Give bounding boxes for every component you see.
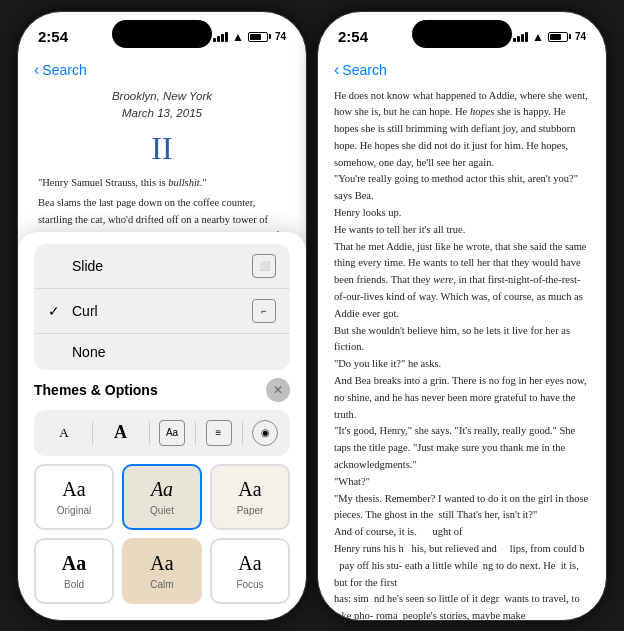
theme-original-label: Original <box>57 505 91 516</box>
theme-paper-aa: Aa <box>238 478 261 501</box>
divider-2 <box>149 421 150 445</box>
theme-focus-label: Focus <box>236 579 263 590</box>
theme-original-card[interactable]: Aa Original <box>34 464 114 530</box>
theme-grid: Aa Original Aa Quiet Aa Paper Aa <box>34 464 290 604</box>
slide-option[interactable]: Slide ⬜ <box>34 244 290 289</box>
theme-bold-aa: Aa <box>62 552 86 575</box>
battery-pct-right: 74 <box>575 31 586 42</box>
phones-container: 2:54 ▲ 74 <box>17 11 607 621</box>
theme-quiet-aa: Aa <box>151 478 173 501</box>
status-icons-left: ▲ 74 <box>213 30 286 44</box>
theme-calm-label: Calm <box>150 579 173 590</box>
chapter-number: II <box>38 130 286 167</box>
time-right: 2:54 <box>338 28 368 45</box>
divider-1 <box>92 421 93 445</box>
back-chevron-right: ‹ <box>334 61 339 79</box>
font-controls: A A Aa ≡ ◉ <box>34 410 290 456</box>
curl-icon: ⌐ <box>252 299 276 323</box>
back-label-right: Search <box>342 62 386 78</box>
theme-bold-label: Bold <box>64 579 84 590</box>
theme-paper-card[interactable]: Aa Paper <box>210 464 290 530</box>
curl-checkmark: ✓ <box>48 303 64 319</box>
slide-label: Slide <box>72 258 103 274</box>
theme-paper-label: Paper <box>237 505 264 516</box>
curl-option[interactable]: ✓ Curl ⌐ <box>34 289 290 334</box>
theme-calm-card[interactable]: Aa Calm <box>122 538 202 604</box>
left-phone: 2:54 ▲ 74 <box>17 11 307 621</box>
theme-bold-card[interactable]: Aa Bold <box>34 538 114 604</box>
content-area-left: Brooklyn, New YorkMarch 13, 2015 II "Hen… <box>18 88 306 620</box>
font-style-button[interactable]: Aa <box>159 420 185 446</box>
curl-label: Curl <box>72 303 98 319</box>
signal-bars-right <box>513 32 528 42</box>
theme-focus-aa: Aa <box>238 552 261 575</box>
book-location: Brooklyn, New YorkMarch 13, 2015 <box>38 88 286 123</box>
divider-4 <box>242 421 243 445</box>
battery-pct-left: 74 <box>275 31 286 42</box>
nav-bar-right: ‹ Search <box>318 52 606 88</box>
dynamic-island <box>112 20 212 48</box>
slide-icon: ⬜ <box>252 254 276 278</box>
themes-header: Themes & Options ✕ <box>34 378 290 402</box>
font-decrease-button[interactable]: A <box>46 418 82 448</box>
font-increase-button[interactable]: A <box>103 418 139 448</box>
dynamic-island-right <box>412 20 512 48</box>
theme-quiet-card[interactable]: Aa Quiet <box>122 464 202 530</box>
signal-bars-left <box>213 32 228 42</box>
theme-quiet-label: Quiet <box>150 505 174 516</box>
slide-menu: Slide ⬜ ✓ Curl ⌐ <box>34 244 290 370</box>
back-label-left: Search <box>42 62 86 78</box>
wifi-icon-left: ▲ <box>232 30 244 44</box>
nav-bar-left: ‹ Search <box>18 52 306 88</box>
themes-title: Themes & Options <box>34 382 158 398</box>
theme-calm-aa: Aa <box>150 552 173 575</box>
book-location-text: Brooklyn, New YorkMarch 13, 2015 <box>112 90 212 119</box>
content-area-right: He does not know what happened to Addie,… <box>318 88 606 620</box>
status-icons-right: ▲ 74 <box>513 30 586 44</box>
time-left: 2:54 <box>38 28 68 45</box>
theme-original-aa: Aa <box>62 478 85 501</box>
overlay-panel: Slide ⬜ ✓ Curl ⌐ <box>18 232 306 620</box>
theme-focus-card[interactable]: Aa Focus <box>210 538 290 604</box>
battery-left <box>248 32 271 42</box>
divider-3 <box>195 421 196 445</box>
right-phone: 2:54 ▲ 74 <box>317 11 607 621</box>
line-spacing-button[interactable]: ≡ <box>206 420 232 446</box>
close-button[interactable]: ✕ <box>266 378 290 402</box>
back-button-left[interactable]: ‹ Search <box>34 61 87 79</box>
brightness-button[interactable]: ◉ <box>252 420 278 446</box>
none-label: None <box>72 344 105 360</box>
none-option[interactable]: None <box>34 334 290 370</box>
battery-right <box>548 32 571 42</box>
book-content-right: He does not know what happened to Addie,… <box>318 88 606 620</box>
wifi-icon-right: ▲ <box>532 30 544 44</box>
back-chevron-left: ‹ <box>34 61 39 79</box>
back-button-right[interactable]: ‹ Search <box>334 61 387 79</box>
